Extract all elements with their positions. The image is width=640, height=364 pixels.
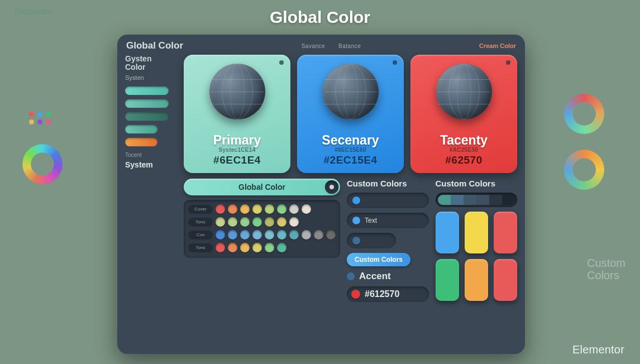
swatch-board: CoverTonoConTons <box>184 200 340 258</box>
globe-icon <box>209 64 265 119</box>
swatch[interactable] <box>240 230 250 240</box>
card-hex: #6EC1E4 <box>213 154 261 166</box>
swatch[interactable] <box>289 230 299 240</box>
color-card[interactable]: Tacenty#AC25E50#62570 <box>410 55 517 173</box>
sidebar-heading: GystenColor <box>125 55 178 71</box>
card-pin-icon <box>393 60 397 65</box>
swatch[interactable] <box>216 243 225 252</box>
color-tile[interactable] <box>436 212 459 253</box>
color-tile[interactable] <box>465 259 488 301</box>
globe-icon <box>323 64 379 119</box>
swatch[interactable] <box>228 243 237 252</box>
swatch[interactable] <box>277 230 286 240</box>
color-row[interactable] <box>347 193 429 208</box>
color-tile[interactable] <box>465 212 488 253</box>
swatch[interactable] <box>265 204 274 214</box>
side-label: CustomColors <box>587 257 625 281</box>
sidebar-slider[interactable] <box>125 87 169 95</box>
swatch-dot <box>347 272 355 280</box>
swatch[interactable] <box>216 230 225 240</box>
swatch[interactable] <box>216 217 225 227</box>
accent-label: Accent <box>347 271 429 282</box>
swatch[interactable] <box>265 230 274 240</box>
global-color-panel: Global Color Savance Batance Cream Color… <box>117 35 525 354</box>
palette-cell[interactable] <box>464 195 476 205</box>
custom-colors-button[interactable]: Custom Colors <box>347 253 410 266</box>
header-chip[interactable]: Savance <box>302 43 325 49</box>
page-title: Global Color <box>270 8 370 27</box>
color-row-label: Text <box>365 217 377 224</box>
panel-title: Global Color <box>126 40 183 51</box>
sidebar-slider[interactable] <box>125 138 157 146</box>
sidebar-sub: Systen <box>125 74 178 81</box>
swatch[interactable] <box>240 204 250 214</box>
sidebar: GystenColor Systen Tocent System <box>125 55 178 346</box>
brand-label: Elementor <box>572 343 624 356</box>
custom-colors-heading: Custom Colors <box>347 179 429 188</box>
palette-cell[interactable] <box>502 195 515 205</box>
ghost-label: Elementor <box>15 7 52 16</box>
swatch-dot <box>352 237 360 245</box>
palette-cell[interactable] <box>476 195 489 205</box>
swatch[interactable] <box>252 204 262 214</box>
swatch-row-tag[interactable]: Tons <box>188 243 213 252</box>
swatch[interactable] <box>265 243 274 252</box>
card-hex: #62570 <box>445 154 482 166</box>
color-card[interactable]: Secenary#8EC15E60#2EC15E4 <box>297 55 404 173</box>
color-row[interactable] <box>347 233 396 248</box>
card-title: Secenary <box>322 133 379 148</box>
swatch[interactable] <box>289 204 299 214</box>
swatch-dot <box>352 217 360 224</box>
swatch-dot <box>351 290 360 299</box>
swatch[interactable] <box>216 204 225 214</box>
sidebar-slider[interactable] <box>125 99 169 108</box>
header-accent[interactable]: Cream Color <box>479 42 516 49</box>
swatch[interactable] <box>228 230 237 240</box>
color-tile[interactable] <box>494 212 517 253</box>
card-pin-icon <box>506 60 510 65</box>
color-wheel-icon <box>22 144 63 184</box>
panel-header: Global Color Savance Batance Cream Color <box>125 40 517 54</box>
swatch-row-tag[interactable]: Con <box>188 231 213 240</box>
sidebar-small-label: Tocent <box>125 152 178 158</box>
swatch[interactable] <box>302 230 311 240</box>
swatch[interactable] <box>289 217 299 227</box>
color-tile[interactable] <box>436 259 459 301</box>
swatch[interactable] <box>240 217 250 227</box>
swatch[interactable] <box>252 243 262 252</box>
knob-icon[interactable] <box>325 180 338 194</box>
palette-cell[interactable] <box>451 195 464 205</box>
swatch[interactable] <box>252 217 262 227</box>
swatch[interactable] <box>228 217 237 227</box>
swatch[interactable] <box>277 243 286 252</box>
palette-strip[interactable] <box>436 193 518 207</box>
swatch[interactable] <box>277 204 286 214</box>
color-tile[interactable] <box>494 259 517 301</box>
color-tiles <box>436 212 518 301</box>
card-hex: #2EC15E4 <box>324 154 378 166</box>
swatch[interactable] <box>277 217 286 227</box>
hex-display[interactable]: #612570 <box>347 286 429 302</box>
swatch[interactable] <box>314 230 323 240</box>
swatch-dot <box>352 197 360 204</box>
global-color-button[interactable]: Global Color <box>184 179 340 195</box>
swatch[interactable] <box>252 230 262 240</box>
sidebar-slider[interactable] <box>125 112 169 121</box>
deco-dots <box>29 112 51 124</box>
swatch[interactable] <box>265 217 274 227</box>
palette-cell[interactable] <box>438 195 451 205</box>
palette-cell[interactable] <box>489 195 502 205</box>
swatch[interactable] <box>240 243 250 252</box>
sidebar-slider[interactable] <box>125 125 157 133</box>
swatch[interactable] <box>228 204 237 214</box>
swatch-row-tag[interactable]: Tono <box>188 218 213 227</box>
sidebar-label: System <box>125 160 178 169</box>
card-title: Primary <box>213 133 261 148</box>
header-chip[interactable]: Batance <box>338 43 361 49</box>
swatch-row-tag[interactable]: Cover <box>188 205 213 214</box>
swatch[interactable] <box>302 204 311 214</box>
color-row[interactable]: Text <box>347 213 429 228</box>
swatch[interactable] <box>326 230 336 240</box>
color-card[interactable]: PrimarySystec1CE14#6EC1E4 <box>184 55 290 173</box>
globe-icon <box>436 64 492 119</box>
